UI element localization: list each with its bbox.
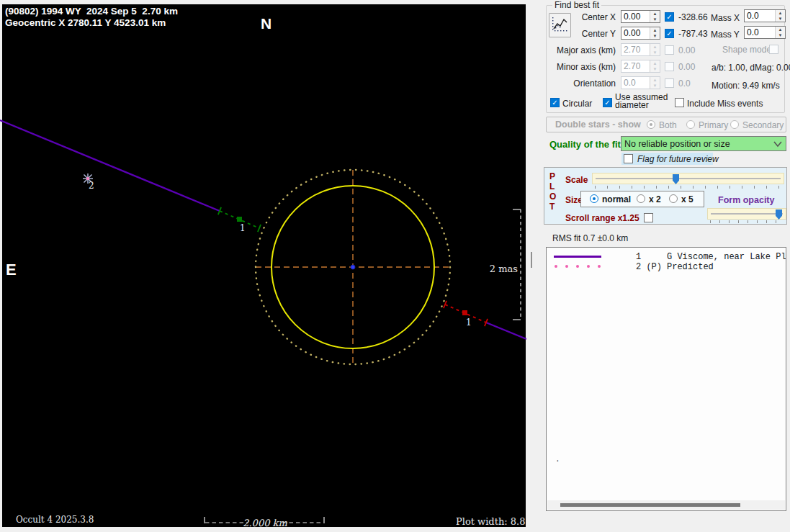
size-radio-group: normal x 2 x 5	[580, 191, 704, 207]
chord1-d-label: 1	[240, 223, 246, 233]
center-x-checkbox[interactable]: ✓	[665, 12, 674, 22]
major-axis-label: Major axis (km)	[555, 45, 616, 55]
mass-y-spinner[interactable]: ▲▼	[744, 26, 786, 39]
center-x-spin-buttons[interactable]: ▲▼	[650, 11, 660, 22]
size-normal-radio[interactable]	[590, 194, 598, 203]
form-opacity-ticks	[710, 220, 785, 223]
center-x-label: Center X	[555, 12, 616, 22]
center-y-offset: -787.43	[678, 29, 708, 39]
scale-slider-track	[596, 178, 781, 179]
include-miss-events-checkbox[interactable]	[675, 98, 684, 107]
plot-title-line2: Geocentric X 2780.11 Y 4523.01 km	[5, 17, 166, 28]
double-stars-both-label: Both	[659, 120, 677, 130]
scroll-range-checkbox[interactable]	[644, 213, 653, 222]
occultation-plot[interactable]: 1 1 2 (90802) 1994 WY 2024 Sep 5 2.70 km…	[0, 0, 526, 532]
legend-row-2[interactable]: 2 (P) Predicted	[547, 262, 786, 272]
mass-x-spinner[interactable]: ▲▼	[744, 9, 786, 22]
north-label: N	[261, 15, 271, 32]
plot-title-line1: (90802) 1994 WY 2024 Sep 5 2.70 km	[5, 6, 178, 17]
rms-fit-label: RMS fit 0.7 ±0.0 km	[552, 233, 628, 243]
splitter-grip[interactable]	[531, 252, 532, 268]
chord-legend-list[interactable]: 1 G Viscome, near Lake Pl 2 (P) Predicte…	[546, 247, 786, 511]
legend-horizontal-scrollbar[interactable]	[547, 500, 785, 510]
mass-x-spin-buttons[interactable]: ▲▼	[775, 10, 785, 22]
shape-model-label: Shape model	[722, 45, 773, 55]
major-axis-spinner[interactable]: ▲▼	[621, 43, 660, 56]
double-stars-secondary-label: Secondary	[742, 120, 784, 130]
scale-slider[interactable]	[592, 173, 784, 184]
minor-axis-fit-checkbox	[665, 62, 674, 71]
minor-axis-input[interactable]	[621, 60, 650, 72]
orientation-err: 0.0	[678, 78, 691, 89]
minor-axis-spin-buttons: ▲▼	[650, 60, 660, 72]
control-panel: Find best fit Center X ▲▼ ✓ -328.66 Mass…	[526, 0, 790, 532]
double-stars-primary-radio	[686, 120, 695, 129]
orientation-spinner[interactable]: ▲▼	[621, 76, 660, 89]
orientation-input[interactable]	[621, 77, 650, 89]
center-x-input[interactable]	[621, 11, 650, 22]
occult-fit-window: 1 1 2 (90802) 1994 WY 2024 Sep 5 2.70 km…	[0, 0, 790, 532]
form-opacity-thumb[interactable]	[776, 209, 782, 220]
center-y-checkbox[interactable]: ✓	[665, 29, 674, 38]
double-stars-group: Double stars - show Both Primary Seconda…	[546, 117, 786, 132]
center-y-spin-buttons[interactable]: ▲▼	[650, 27, 660, 39]
center-y-input[interactable]	[621, 27, 650, 39]
use-assumed-diameter-checkbox[interactable]: ✓	[603, 98, 612, 107]
size-x5-radio[interactable]	[669, 194, 678, 203]
plot-background	[2, 4, 526, 527]
mass-x-input[interactable]	[745, 10, 775, 22]
legend-row-1[interactable]: 1 G Viscome, near Lake Pl	[547, 252, 786, 262]
size-x5-label: x 5	[681, 194, 694, 204]
plot-width-label: Plot width: 8.8 km	[456, 516, 526, 527]
form-opacity-slider[interactable]	[707, 208, 786, 220]
size-x2-radio[interactable]	[637, 194, 645, 203]
scroll-range-label: Scroll range x1.25	[565, 213, 639, 223]
orientation-fit-checkbox	[665, 78, 674, 88]
major-axis-err: 0.00	[678, 45, 695, 55]
legend-dots-predicted	[554, 264, 601, 269]
mass-y-spin-buttons[interactable]: ▲▼	[775, 27, 785, 38]
minor-axis-spinner[interactable]: ▲▼	[621, 60, 660, 73]
quality-label: Quality of the fit	[549, 139, 621, 150]
shape-model-checkbox	[769, 45, 778, 54]
major-axis-spin-buttons: ▲▼	[650, 44, 660, 55]
legend-desc-1: G Viscome, near Lake Pl	[667, 252, 786, 262]
size-x2-label: x 2	[649, 194, 661, 204]
legend-scrollbar-thumb[interactable]	[560, 503, 740, 507]
double-stars-secondary-radio	[730, 120, 739, 129]
mass-x-label: Mass X	[711, 13, 740, 23]
plot-letter-p: P	[549, 171, 555, 181]
mass-y-label: Mass Y	[711, 30, 740, 40]
form-opacity-track	[711, 213, 783, 215]
center-x-offset: -328.66	[678, 12, 708, 22]
mass-y-input[interactable]	[745, 27, 775, 38]
stray-dot: .	[555, 455, 560, 464]
center-x-spinner[interactable]: ▲▼	[621, 10, 660, 23]
legend-num-1: 1	[636, 252, 641, 262]
circular-checkbox[interactable]: ✓	[550, 98, 560, 107]
chevron-down-icon	[772, 140, 784, 148]
quality-combobox[interactable]: No reliable position or size	[621, 136, 786, 151]
predicted-station-center	[86, 177, 89, 180]
center-y-spinner[interactable]: ▲▼	[621, 27, 660, 40]
find-best-fit-label: Find best fit	[552, 0, 601, 10]
plot-letter-o: O	[549, 191, 556, 202]
minor-axis-err: 0.00	[678, 62, 695, 72]
scale-slider-thumb[interactable]	[673, 174, 679, 184]
mas-scale-label: 2 mas	[490, 263, 518, 274]
major-axis-input[interactable]	[621, 44, 650, 55]
double-stars-both-radio	[647, 120, 655, 129]
orientation-spin-buttons: ▲▼	[650, 77, 660, 89]
flag-review-checkbox[interactable]	[624, 154, 633, 163]
reappearance-marker	[462, 310, 467, 315]
chord1-r-label: 1	[466, 317, 472, 328]
disappearance-marker	[237, 217, 242, 222]
chord2-label: 2	[89, 181, 94, 191]
version-label: Occult 4 2025.3.8	[16, 515, 94, 525]
east-label: E	[6, 261, 17, 279]
ab-dmag-text: a/b: 1.00, dMag: 0.00	[712, 63, 790, 73]
minor-axis-label: Minor axis (km)	[555, 62, 616, 72]
size-normal-label: normal	[602, 194, 631, 204]
quality-value: No reliable position or size	[621, 139, 772, 149]
km-scale-label: 2.000 km	[243, 518, 287, 528]
